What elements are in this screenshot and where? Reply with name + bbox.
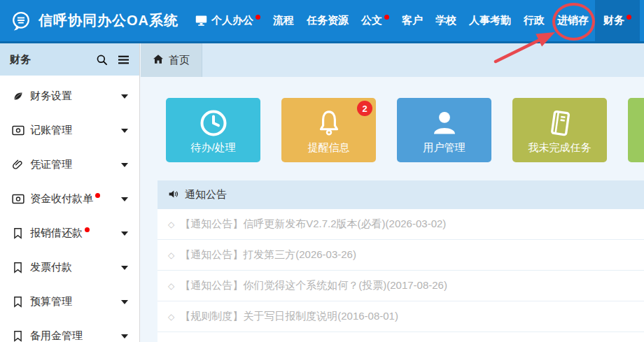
notice-item[interactable]: ◇ 【通知公告】你们觉得这个系统如何？(投票)(2017-08-26) — [158, 271, 644, 301]
tile-user-mgmt[interactable]: 用户管理 — [397, 98, 491, 162]
sidebar-item-reimbursement-loans[interactable]: 报销借还款 — [0, 216, 139, 250]
user-icon — [429, 106, 460, 140]
leaf-icon — [11, 90, 24, 102]
chevron-down-icon — [121, 94, 128, 99]
notice-panel: 通知公告 ◇ 【通知公告】信呼更新发布V2.7.2版本(必看)(2026-03-… — [158, 180, 644, 342]
sidebar-item-petty-cash-mgmt[interactable]: 备用金管理 — [0, 319, 139, 342]
tab-home[interactable]: 首页 — [141, 43, 202, 77]
bell-icon — [314, 106, 344, 140]
diamond-bullet-icon: ◇ — [168, 281, 174, 291]
chevron-down-icon — [121, 231, 128, 236]
main-area: 首页 待办/处理 2 提醒信息 用户管理 — [141, 43, 644, 342]
clock-icon — [198, 106, 229, 140]
sidebar-item-bookkeeping[interactable]: 记账管理 — [0, 113, 139, 148]
sidebar-header: 财务 — [0, 43, 139, 76]
book-icon — [545, 106, 575, 140]
notice-item — [158, 332, 644, 342]
chevron-down-icon — [121, 163, 128, 167]
sidebar-item-invoice-payment[interactable]: 发票付款 — [0, 250, 139, 285]
nav-item-personal-office[interactable]: 个人办公 — [188, 0, 267, 41]
sidebar-title: 财务 — [10, 53, 86, 66]
bookmark-icon — [11, 296, 24, 308]
tile-unfinished-tasks[interactable]: 我未完成任务 — [512, 98, 607, 162]
chevron-down-icon — [121, 197, 128, 201]
paperclip-icon — [11, 159, 24, 171]
nav-item-inventory[interactable]: 进销存 — [551, 0, 595, 41]
chevron-down-icon — [121, 334, 128, 339]
nav-item-finance[interactable]: 财务 — [595, 0, 640, 41]
alert-dot — [255, 15, 260, 20]
sidebar-item-voucher-mgmt[interactable]: 凭证管理 — [0, 148, 139, 182]
shortcut-tiles: 待办/处理 2 提醒信息 用户管理 我未完成任务 — [166, 98, 644, 162]
notification-badge: 2 — [357, 101, 372, 116]
monitor-icon — [195, 15, 208, 27]
diamond-bullet-icon: ◇ — [168, 312, 174, 322]
home-icon — [153, 54, 164, 66]
main-nav: 个人办公 流程 任务资源 公文 客户 学校 人事考勤 行政 进销存 财务 工程 … — [188, 0, 644, 41]
nav-item-customers[interactable]: 客户 — [396, 0, 429, 41]
hamburger-icon[interactable] — [118, 55, 130, 65]
tile-reminders[interactable]: 2 提醒信息 — [281, 98, 376, 162]
search-icon[interactable] — [96, 54, 108, 66]
notice-item[interactable]: ◇ 【通知公告】信呼更新发布V2.7.2版本(必看)(2026-03-02) — [158, 209, 644, 240]
tile-todo[interactable]: 待办/处理 — [166, 98, 260, 162]
speaker-icon — [168, 189, 179, 201]
app-title: 信呼协同办公OA系统 — [38, 11, 178, 30]
notice-item[interactable]: ◇ 【通知公告】打发第三方(2026-03-26) — [158, 240, 644, 271]
nav-item-workflow[interactable]: 流程 — [267, 0, 300, 41]
bookmark-icon — [11, 262, 24, 273]
sidebar-item-funds-receipt-payment[interactable]: 资金收付款单 — [0, 182, 139, 216]
notice-header: 通知公告 — [158, 180, 644, 209]
alert-dot — [626, 15, 631, 20]
nav-item-official-docs[interactable]: 公文 — [355, 0, 396, 41]
app-logo[interactable]: 信呼协同办公OA系统 — [0, 10, 188, 31]
notice-title: 通知公告 — [185, 188, 227, 201]
bookmark-icon — [11, 227, 24, 239]
alert-dot — [95, 193, 100, 198]
money-icon — [11, 125, 24, 136]
diamond-bullet-icon: ◇ — [168, 250, 174, 260]
nav-item-hr-attendance[interactable]: 人事考勤 — [463, 0, 517, 41]
sidebar-item-finance-settings[interactable]: 财务设置 — [0, 79, 139, 113]
diamond-bullet-icon: ◇ — [168, 220, 174, 229]
notice-item[interactable]: ◇ 【规则制度】关于写日报制度说明(2016-08-01) — [158, 301, 644, 332]
nav-item-administration[interactable]: 行政 — [517, 0, 551, 41]
alert-dot — [85, 227, 90, 232]
money-icon — [11, 194, 24, 204]
sidebar-menu: 财务设置 记账管理 凭证管理 资金收付款单 — [0, 76, 139, 342]
nav-item-engineering[interactable]: 工程 — [640, 0, 644, 41]
nav-item-task-resources[interactable]: 任务资源 — [300, 0, 355, 41]
chevron-down-icon — [121, 266, 128, 270]
alert-dot — [384, 15, 389, 20]
sidebar-item-budget-mgmt[interactable]: 预算管理 — [0, 285, 139, 319]
tile-partial[interactable] — [628, 98, 644, 162]
bookmark-icon — [11, 330, 24, 342]
chat-bubble-icon — [10, 10, 31, 31]
nav-item-school[interactable]: 学校 — [429, 0, 463, 41]
chevron-down-icon — [121, 129, 128, 133]
tab-bar: 首页 — [141, 43, 644, 77]
chevron-down-icon — [121, 300, 128, 304]
topbar: 信呼协同办公OA系统 个人办公 流程 任务资源 公文 客户 学校 人事考勤 行政… — [0, 0, 644, 43]
sidebar: 财务 财务设置 记账管理 — [0, 43, 140, 342]
dashboard-content: 待办/处理 2 提醒信息 用户管理 我未完成任务 — [141, 77, 644, 342]
